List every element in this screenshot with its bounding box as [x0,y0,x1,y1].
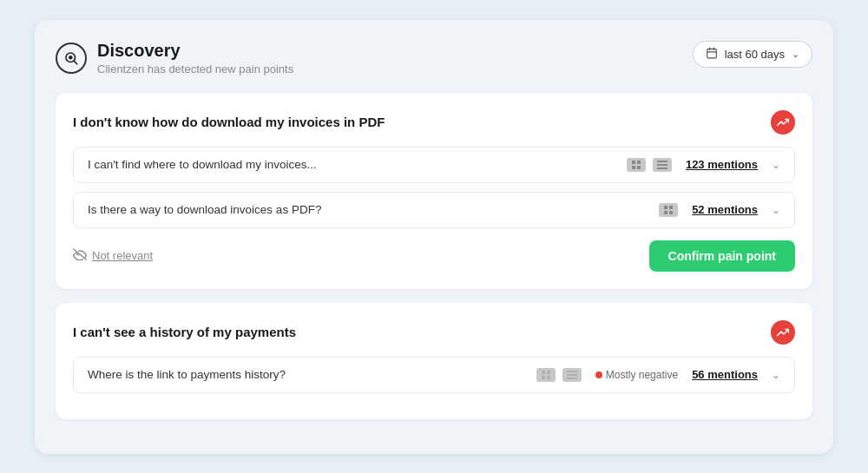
eye-off-icon [73,248,87,263]
grid-icon-2 [659,203,678,217]
chevron-icon-1-1: ⌄ [772,159,780,171]
card-1-title: I don't know how do download my invoices… [73,115,385,129]
svg-rect-14 [664,206,667,209]
svg-rect-24 [567,374,577,376]
mentions-1-1: 123 mentions ⌄ [686,158,780,171]
not-relevant-button[interactable]: Not relevant [73,248,153,263]
svg-rect-19 [542,371,545,374]
mentions-link-1-2[interactable]: 52 mentions [692,203,758,216]
pain-point-card-2: I can't see a history of my payments Whe… [56,303,812,419]
calendar-icon [706,47,718,62]
discovery-container: Discovery Clientzen has detected new pai… [35,20,833,454]
svg-rect-9 [632,166,635,169]
date-filter-label: last 60 days [725,48,785,61]
item-text-1-1: I can't find where to download my invoic… [88,158,627,171]
svg-rect-23 [567,371,577,372]
pain-point-card-1: I don't know how do download my invoices… [56,93,812,289]
grid-icon-3 [536,368,556,382]
table-icon-2 [562,368,582,382]
item-icons-1-2 [659,203,678,217]
card-1-header: I don't know how do download my invoices… [73,110,795,135]
svg-rect-8 [637,161,641,164]
trending-badge-2 [771,320,795,345]
sentiment-label: Mostly negative [606,369,678,381]
mentions-1-2: 52 mentions ⌄ [692,203,780,216]
card-2-header: I can't see a history of my payments [73,320,795,345]
date-filter-button[interactable]: last 60 days ⌄ [693,41,812,68]
item-icons-2-1 [536,368,582,382]
svg-rect-11 [657,161,667,162]
item-text-2-1: Where is the link to payments history? [88,368,536,381]
page-title: Discovery [97,41,293,61]
trending-badge-1 [771,110,795,135]
svg-rect-3 [707,49,716,58]
mentions-link-1-1[interactable]: 123 mentions [686,158,758,171]
mentions-2-1: 56 mentions ⌄ [692,368,780,381]
mentions-link-2-1[interactable]: 56 mentions [692,368,758,381]
svg-rect-17 [669,211,673,214]
svg-rect-22 [547,376,550,379]
svg-rect-20 [547,371,550,374]
svg-line-1 [74,61,76,63]
svg-rect-13 [657,168,667,169]
chevron-down-icon: ⌄ [792,49,799,60]
not-relevant-label: Not relevant [92,249,153,262]
item-text-1-2: Is there a way to download invoices as P… [88,203,659,216]
table-icon-1 [653,158,672,172]
svg-rect-10 [637,166,641,169]
card-2-title: I can't see a history of my payments [73,325,296,339]
header-left: Discovery Clientzen has detected new pai… [56,41,293,76]
discovery-icon [56,43,87,74]
chevron-icon-1-2: ⌄ [772,204,780,216]
svg-rect-21 [542,376,545,379]
svg-rect-16 [664,211,667,214]
item-row-1-1: I can't find where to download my invoic… [73,147,795,183]
svg-rect-7 [632,161,635,164]
item-row-2-1: Where is the link to payments history? M… [73,357,795,393]
svg-rect-15 [669,206,673,209]
item-icons-1-1 [627,158,672,172]
confirm-pain-point-button[interactable]: Confirm pain point [649,240,795,272]
card-1-footer: Not relevant Confirm pain point [73,240,795,272]
grid-icon-1 [627,158,646,172]
svg-rect-12 [657,164,667,166]
svg-point-2 [69,56,73,60]
header: Discovery Clientzen has detected new pai… [56,41,812,76]
sentiment-indicator [595,371,602,378]
page-subtitle: Clientzen has detected new pain points [97,62,293,76]
item-row-1-2: Is there a way to download invoices as P… [73,192,795,228]
svg-rect-25 [567,378,577,379]
chevron-icon-2-1: ⌄ [772,369,780,381]
header-text: Discovery Clientzen has detected new pai… [97,41,293,76]
